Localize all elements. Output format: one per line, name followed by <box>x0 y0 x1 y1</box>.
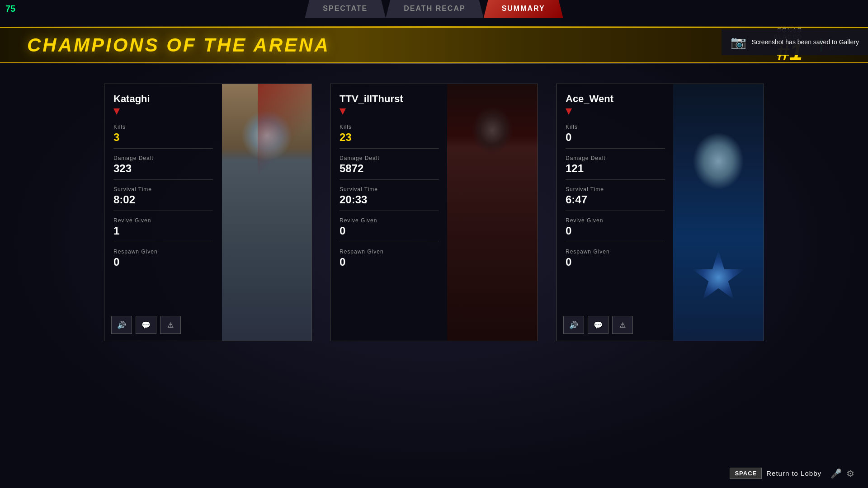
stat-respawn-ace: Respawn Given 0 <box>566 249 665 273</box>
nvidia-screenshot-icon: 📷 <box>731 35 746 50</box>
damage-value-ace: 121 <box>566 162 665 175</box>
mute-button-kataghi[interactable]: 🔊 <box>111 316 132 334</box>
settings-icon[interactable]: ⚙ <box>846 468 854 479</box>
stat-kills-ace: Kills 0 <box>566 124 665 149</box>
player-card-ttv: TTV_illThurst Kills 23 Damage Dealt 5872… <box>330 84 538 341</box>
damage-value-ttv: 5872 <box>340 162 439 175</box>
kills-label-kataghi: Kills <box>113 124 213 130</box>
mute-button-ace[interactable]: 🔊 <box>563 316 584 334</box>
space-key[interactable]: SPACE <box>730 468 762 479</box>
revive-label-ttv: Revive Given <box>340 217 439 224</box>
stat-survival-ttv: Survival Time 20:33 <box>340 186 439 211</box>
report-button-ace[interactable]: ⚠ <box>612 316 633 334</box>
respawn-label-ttv: Respawn Given <box>340 249 439 255</box>
respawn-value-ttv: 0 <box>340 256 439 268</box>
revive-label-ace: Revive Given <box>566 217 665 224</box>
kills-value-kataghi: 3 <box>113 131 213 144</box>
survival-value-ace: 6:47 <box>566 193 665 206</box>
survival-label-ttv: Survival Time <box>340 186 439 192</box>
character-art-ace <box>673 84 764 341</box>
card-left-kataghi: Kataghi Kills 3 Damage Dealt 323 Surviva… <box>104 84 222 341</box>
champions-title: CHAMPIONS OF THE ARENA <box>27 34 330 56</box>
return-to-lobby-text: Return to Lobby <box>766 469 821 477</box>
return-to-lobby-area: SPACE Return to Lobby 🎤 ⚙ <box>730 468 854 479</box>
stat-respawn-kataghi: Respawn Given 0 <box>113 249 213 273</box>
survival-value-ttv: 20:33 <box>340 193 439 206</box>
survival-label-kataghi: Survival Time <box>113 186 213 192</box>
stat-survival-ace: Survival Time 6:47 <box>566 186 665 211</box>
respawn-value-ace: 0 <box>566 256 665 268</box>
bottom-decorative-line <box>0 63 868 64</box>
legend-icon-kataghi <box>113 108 120 115</box>
card-actions-ace: 🔊 💬 ⚠ <box>563 316 633 334</box>
kills-label-ttv: Kills <box>340 124 439 130</box>
damage-label-ttv: Damage Dealt <box>340 155 439 161</box>
report-button-kataghi[interactable]: ⚠ <box>160 316 181 334</box>
stat-kills-kataghi: Kills 3 <box>113 124 213 149</box>
tab-summary[interactable]: SUMMARY <box>484 0 563 18</box>
card-left-ace: Ace_Went Kills 0 Damage Dealt 121 Surviv… <box>557 84 674 341</box>
cards-container: Kataghi Kills 3 Damage Dealt 323 Surviva… <box>0 75 868 350</box>
stat-kills-ttv: Kills 23 <box>340 124 439 149</box>
chat-button-ace[interactable]: 💬 <box>588 316 609 334</box>
red-diagonal-kataghi <box>258 84 311 187</box>
revive-value-kataghi: 1 <box>113 225 213 237</box>
respawn-label-kataghi: Respawn Given <box>113 249 213 255</box>
kills-value-ttv: 23 <box>340 131 439 144</box>
stat-revive-kataghi: Revive Given 1 <box>113 217 213 242</box>
revive-value-ace: 0 <box>566 225 665 237</box>
mic-icon: 🎤 <box>830 468 842 479</box>
player-name-kataghi: Kataghi <box>113 93 213 105</box>
damage-label-kataghi: Damage Dealt <box>113 155 213 161</box>
survival-label-ace: Survival Time <box>566 186 665 192</box>
respawn-label-ace: Respawn Given <box>566 249 665 255</box>
chat-button-kataghi[interactable]: 💬 <box>136 316 156 334</box>
stat-revive-ace: Revive Given 0 <box>566 217 665 242</box>
card-left-ttv: TTV_illThurst Kills 23 Damage Dealt 5872… <box>330 84 448 341</box>
legend-icon-ace <box>566 108 572 115</box>
stat-damage-kataghi: Damage Dealt 323 <box>113 155 213 180</box>
stat-damage-ttv: Damage Dealt 5872 <box>340 155 439 180</box>
legend-icon-ttv <box>340 108 346 115</box>
stat-respawn-ttv: Respawn Given 0 <box>340 249 439 273</box>
survival-value-kataghi: 8:02 <box>113 193 213 206</box>
player-name-ace: Ace_Went <box>566 93 665 105</box>
tab-death-recap[interactable]: DEATH RECAP <box>386 0 483 18</box>
stat-survival-kataghi: Survival Time 8:02 <box>113 186 213 211</box>
character-art-kataghi <box>222 84 311 341</box>
damage-label-ace: Damage Dealt <box>566 155 665 161</box>
stat-revive-ttv: Revive Given 0 <box>340 217 439 242</box>
damage-value-kataghi: 323 <box>113 162 213 175</box>
kills-value-ace: 0 <box>566 131 665 144</box>
revive-label-kataghi: Revive Given <box>113 217 213 224</box>
player-card-kataghi: Kataghi Kills 3 Damage Dealt 323 Surviva… <box>104 84 312 341</box>
figure-ace <box>673 84 764 341</box>
player-name-ttv: TTV_illThurst <box>340 93 439 105</box>
stat-damage-ace: Damage Dealt 121 <box>566 155 665 180</box>
nvidia-notification: 📷 Screenshot has been saved to Gallery <box>722 29 868 55</box>
card-actions-kataghi: 🔊 💬 ⚠ <box>111 316 181 334</box>
revive-value-ttv: 0 <box>340 225 439 237</box>
respawn-value-kataghi: 0 <box>113 256 213 268</box>
top-nav: SPECTATE DEATH RECAP SUMMARY <box>305 0 563 18</box>
player-card-ace: Ace_Went Kills 0 Damage Dealt 121 Surviv… <box>556 84 764 341</box>
figure-ttv <box>447 84 538 341</box>
top-left-number: 75 <box>5 4 15 14</box>
character-art-ttv <box>447 84 538 341</box>
nvidia-notification-text: Screenshot has been saved to Gallery <box>752 38 859 47</box>
kills-label-ace: Kills <box>566 124 665 130</box>
top-decorative-line <box>0 26 868 27</box>
tab-spectate[interactable]: SPECTATE <box>305 0 386 18</box>
